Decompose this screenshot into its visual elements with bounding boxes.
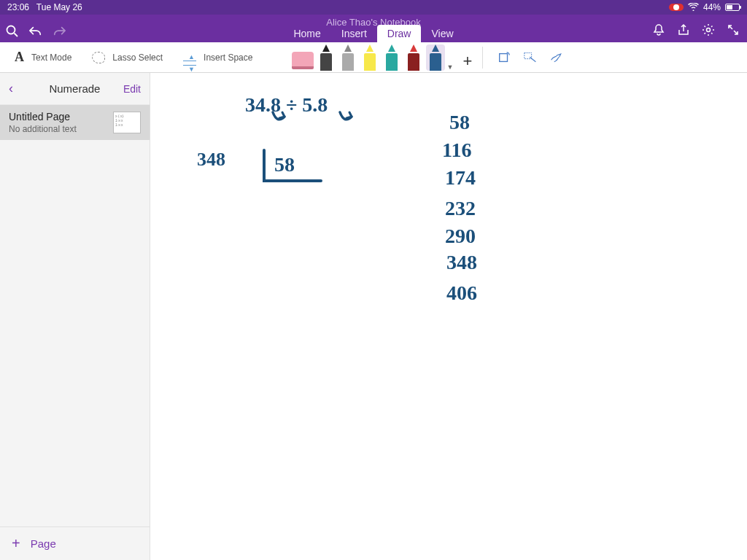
highlighter-teal[interactable] <box>382 44 401 71</box>
lasso-icon <box>92 52 105 63</box>
ink-divisor: 58 <box>274 153 295 176</box>
lasso-label: Lasso Select <box>112 52 163 63</box>
ink-replay-icon[interactable] <box>550 51 563 64</box>
status-date: Tue May 26 <box>36 2 82 12</box>
ink-to-math-icon[interactable] <box>524 51 537 64</box>
back-chevron-icon[interactable]: ‹ <box>9 81 13 96</box>
note-canvas[interactable]: 34.8 ÷ 5.8 348 58 58 116 174 232 290 348… <box>150 73 747 560</box>
section-title: Numerade <box>26 82 123 95</box>
fullscreen-icon[interactable] <box>727 23 740 36</box>
add-page-button[interactable]: + Page <box>0 526 150 560</box>
ipad-status-bar: 23:06 Tue May 26 44% <box>0 0 747 15</box>
ink-arrows <box>267 109 369 127</box>
ribbon-tabs: Home Insert Draw View <box>0 25 747 42</box>
insert-space-label: Insert Space <box>204 52 252 63</box>
wifi-icon <box>688 2 699 13</box>
insert-space-tool[interactable]: ▲▼ Insert Space <box>173 52 263 63</box>
ink-multiple-6: 348 <box>446 251 477 274</box>
settings-gear-icon[interactable] <box>702 23 715 36</box>
text-mode-tool[interactable]: A Text Mode <box>4 50 82 65</box>
ink-multiple-1: 58 <box>449 111 470 134</box>
pen-black[interactable] <box>317 44 336 71</box>
page-list-item[interactable]: Untitled Page No additional text x·(·x)·… <box>0 105 150 140</box>
pen-gallery: ▼ + <box>292 44 478 71</box>
pages-sidebar: ‹ Numerade Edit Untitled Page No additio… <box>0 73 150 560</box>
draw-toolbar: A Text Mode Lasso Select ▲▼ Insert Space… <box>0 42 747 73</box>
svg-rect-3 <box>500 53 508 61</box>
page-subtitle: No additional text <box>9 124 107 134</box>
pen-red[interactable] <box>404 44 423 71</box>
ink-division-bracket <box>258 146 331 190</box>
ink-multiple-4: 232 <box>445 197 476 220</box>
pen-gray[interactable] <box>338 44 357 71</box>
svg-point-2 <box>707 28 711 32</box>
pen-blue[interactable] <box>426 44 445 71</box>
notifications-icon[interactable] <box>652 23 665 36</box>
pen-options-dropdown-icon[interactable]: ▼ <box>446 63 454 71</box>
tab-draw[interactable]: Draw <box>377 25 422 42</box>
tab-home[interactable]: Home <box>283 25 330 42</box>
page-title: Untitled Page <box>9 111 107 122</box>
status-time: 23:06 <box>7 2 29 12</box>
ink-multiple-5: 290 <box>445 225 476 248</box>
add-page-label: Page <box>31 537 56 550</box>
text-mode-label: Text Mode <box>31 52 71 63</box>
ink-multiple-7: 406 <box>446 281 477 305</box>
lasso-tool[interactable]: Lasso Select <box>82 52 173 63</box>
ink-multiple-3: 174 <box>445 166 476 190</box>
share-icon[interactable] <box>677 23 690 36</box>
edit-button[interactable]: Edit <box>123 83 141 95</box>
tab-insert[interactable]: Insert <box>331 25 377 42</box>
tab-view[interactable]: View <box>421 25 463 42</box>
toolbar-separator <box>482 47 483 69</box>
eraser-tool[interactable] <box>292 52 314 69</box>
sidebar-header: ‹ Numerade Edit <box>0 73 150 105</box>
ink-dividend: 348 <box>197 149 225 171</box>
highlighter-yellow[interactable] <box>360 44 379 71</box>
plus-icon: + <box>12 535 20 552</box>
text-mode-icon: A <box>15 50 24 65</box>
battery-icon <box>725 4 740 11</box>
battery-pct: 44% <box>703 2 721 12</box>
add-pen-button[interactable]: + <box>457 52 478 71</box>
status-time-date: 23:06 Tue May 26 <box>7 2 82 12</box>
page-thumbnail: x·(·x)·1·x·x1·x·x <box>113 112 141 133</box>
app-header: Alice Thao's Notebook Home Insert Draw V… <box>0 15 747 42</box>
recording-indicator-icon <box>669 4 684 11</box>
ink-multiple-2: 116 <box>442 139 471 162</box>
ink-to-shape-icon[interactable] <box>498 51 511 64</box>
